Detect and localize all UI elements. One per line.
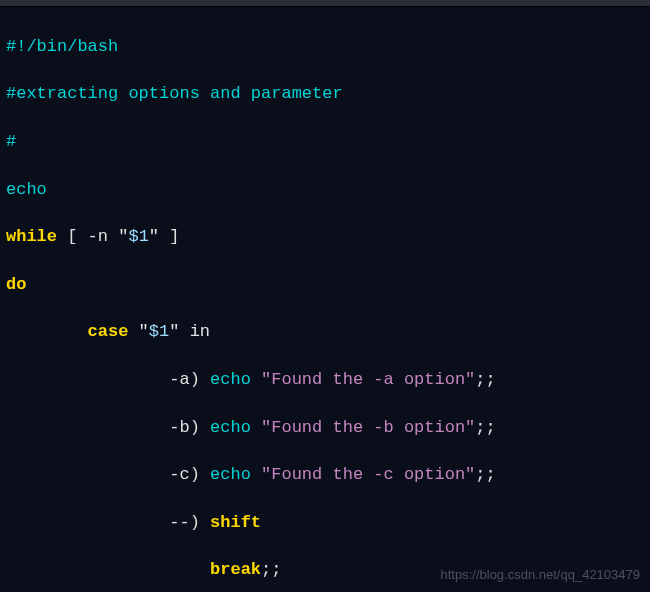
string: "Found the -b option" (261, 418, 475, 437)
keyword-do: do (6, 275, 26, 294)
string: "Found the -a option" (261, 370, 475, 389)
comment: # (6, 132, 16, 151)
code-line: --) shift (6, 511, 644, 535)
shebang: #!/bin/bash (6, 37, 118, 56)
keyword-case: case (6, 322, 128, 341)
code-editor[interactable]: #!/bin/bash #extracting options and para… (0, 7, 650, 592)
keyword-while: while (6, 227, 57, 246)
code-line: case "$1" in (6, 320, 644, 344)
code-line: do (6, 273, 644, 297)
code-line: echo (6, 178, 644, 202)
string: "Found the -c option" (261, 465, 475, 484)
title-bar (0, 0, 650, 7)
code-line: -c) echo "Found the -c option";; (6, 463, 644, 487)
builtin-echo: echo (6, 180, 47, 199)
keyword-break: break (6, 560, 261, 579)
code-line: -b) echo "Found the -b option";; (6, 416, 644, 440)
code-line: -a) echo "Found the -a option";; (6, 368, 644, 392)
code-line: # (6, 130, 644, 154)
code-line: #!/bin/bash (6, 35, 644, 59)
keyword-shift: shift (210, 513, 261, 532)
comment: #extracting options and parameter (6, 84, 343, 103)
variable: $1 (128, 227, 148, 246)
watermark-text: https://blog.csdn.net/qq_42103479 (441, 566, 641, 584)
variable: $1 (149, 322, 169, 341)
code-line: while [ -n "$1" ] (6, 225, 644, 249)
code-line: #extracting options and parameter (6, 82, 644, 106)
